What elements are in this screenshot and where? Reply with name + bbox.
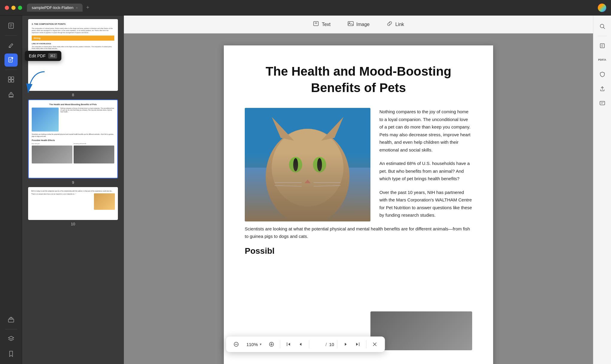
svg-rect-26 bbox=[245, 168, 370, 221]
cat-svg bbox=[245, 108, 370, 221]
doc-full-text: Scientists are looking at what the poten… bbox=[245, 225, 472, 240]
sidebar-icon-gift[interactable] bbox=[4, 313, 18, 326]
page-number-input[interactable]: 9 bbox=[312, 342, 323, 347]
svg-line-35 bbox=[275, 186, 302, 186]
doc-section-title-wrapper: Possibl bbox=[245, 246, 472, 256]
sidebar-bottom bbox=[4, 313, 18, 360]
doc-para-1: Nothing compares to the joy of coming ho… bbox=[379, 108, 472, 154]
svg-rect-12 bbox=[8, 80, 11, 82]
page-num-10: 10 bbox=[71, 222, 75, 226]
tab-bar: samplePDF-lock-Flatten × + bbox=[27, 3, 606, 12]
thumbnail-item-9[interactable]: The Health and Mood-Boosting Benefits of… bbox=[26, 100, 120, 185]
share-icon-btn[interactable] bbox=[596, 83, 608, 95]
close-bottom-bar-button[interactable] bbox=[370, 339, 380, 350]
tab-close-button[interactable]: × bbox=[76, 6, 77, 10]
image-tool-icon bbox=[347, 20, 354, 28]
page-total: 10 bbox=[329, 342, 334, 347]
doc-para-2: An estimated 68% of U.S. households have… bbox=[379, 160, 472, 183]
sidebar-icon-edit-pdf[interactable] bbox=[4, 53, 18, 67]
thumb9-content-wrapper: The Health and Mood-Boosting Benefits of… bbox=[29, 100, 117, 178]
thumb9-col-img-left bbox=[32, 146, 72, 163]
bottom-divider-3 bbox=[337, 340, 338, 348]
text-tool-icon bbox=[313, 20, 319, 28]
thumbnail-item-10[interactable]: Still it is today to ask this subjective… bbox=[26, 187, 120, 226]
sidebar-icon-reader[interactable] bbox=[4, 19, 18, 32]
maximize-button[interactable] bbox=[18, 6, 22, 10]
prev-page-button[interactable] bbox=[295, 339, 306, 350]
thumb8-title: 3. THE COMPOSITION OF POINTS bbox=[32, 23, 114, 26]
tooltip-shortcut: ⌘2 bbox=[48, 53, 57, 59]
top-toolbar: Text Image bbox=[124, 16, 593, 33]
zoom-out-button[interactable] bbox=[231, 339, 241, 350]
svg-rect-13 bbox=[11, 80, 14, 82]
thumbnail-img-9: The Health and Mood-Boosting Benefits of… bbox=[28, 100, 118, 178]
first-page-button[interactable] bbox=[283, 339, 294, 350]
thumb8-body-text: The composition of colored points. Point… bbox=[32, 27, 114, 34]
tab-add-button[interactable]: + bbox=[84, 3, 92, 12]
app-body: Edit PDF ⌘2 bbox=[0, 16, 611, 364]
traffic-lights bbox=[5, 6, 22, 10]
next-page-button[interactable] bbox=[341, 339, 351, 350]
text-tool-button[interactable]: Text bbox=[309, 19, 334, 30]
sidebar-icon-layers[interactable] bbox=[4, 332, 18, 345]
doc-bottom-image bbox=[370, 311, 472, 350]
thumbnail-panel[interactable]: 3. THE COMPOSITION OF POINTS The composi… bbox=[22, 16, 124, 364]
zoom-in-button[interactable] bbox=[266, 339, 277, 350]
sidebar-icon-bookmark[interactable] bbox=[4, 347, 18, 360]
page-num-9: 9 bbox=[72, 180, 74, 185]
main-content: Text Image bbox=[124, 16, 593, 364]
bottom-divider-2 bbox=[309, 340, 309, 348]
svg-rect-17 bbox=[9, 318, 13, 319]
sidebar-divider-3 bbox=[5, 329, 17, 329]
pdf-a-icon-btn[interactable]: PDF/A bbox=[596, 54, 608, 66]
sidebar-icon-stamp[interactable] bbox=[4, 88, 18, 101]
svg-point-30 bbox=[313, 157, 326, 172]
sidebar-icon-highlight[interactable] bbox=[4, 39, 18, 52]
doc-para-3: Over the past 10 years, NIH has partnere… bbox=[379, 189, 472, 219]
close-button[interactable] bbox=[5, 6, 9, 10]
sidebar-icon-organize[interactable] bbox=[4, 73, 18, 86]
protect-icon-btn[interactable] bbox=[596, 68, 608, 80]
minimize-button[interactable] bbox=[11, 6, 16, 10]
right-divider-1 bbox=[598, 36, 607, 36]
arrow-svg bbox=[22, 69, 49, 102]
zoom-level: 110% bbox=[246, 342, 258, 347]
thumb9-health-title: Possible Health Effects bbox=[32, 139, 114, 142]
tooltip-label: Edit PDF bbox=[29, 53, 46, 58]
thumb10-left-text: "There is no answer about how a cat can … bbox=[31, 193, 92, 210]
document-view[interactable]: The Health and Mood-Boosting Benefits of… bbox=[124, 33, 593, 364]
thumb9-two-col: If you and your... Interacting with anim… bbox=[32, 143, 114, 163]
page-num-8: 8 bbox=[72, 93, 74, 97]
svg-rect-10 bbox=[8, 77, 11, 79]
last-page-button[interactable] bbox=[352, 339, 363, 350]
image-tool-label: Image bbox=[356, 22, 370, 27]
image-tool-button[interactable]: Image bbox=[344, 19, 373, 30]
thumb8-knowledge: LINE OF KNOWLEDGE bbox=[32, 42, 114, 45]
right-sidebar: PDF/A bbox=[593, 16, 611, 364]
svg-line-41 bbox=[603, 27, 605, 29]
link-tool-icon bbox=[386, 20, 393, 28]
left-sidebar: Edit PDF ⌘2 bbox=[0, 16, 22, 364]
doc-section-title: Possibl bbox=[245, 246, 275, 256]
message-icon-btn[interactable] bbox=[596, 97, 608, 109]
svg-point-32 bbox=[317, 158, 322, 171]
zoom-dropdown-icon: ▾ bbox=[260, 342, 262, 346]
document-title: The Health and Mood-Boosting Benefits of… bbox=[245, 63, 472, 96]
tab-title: samplePDF-lock-Flatten bbox=[32, 5, 73, 10]
thumb9-cat-image bbox=[32, 108, 59, 131]
svg-point-28 bbox=[272, 129, 344, 207]
bottom-divider-4 bbox=[366, 340, 367, 348]
svg-rect-25 bbox=[245, 108, 370, 221]
title-bar: samplePDF-lock-Flatten × + bbox=[0, 0, 611, 16]
svg-rect-16 bbox=[8, 319, 14, 322]
active-tab[interactable]: samplePDF-lock-Flatten × bbox=[27, 4, 83, 12]
bottom-divider-1 bbox=[280, 340, 280, 348]
sidebar-divider-2 bbox=[5, 70, 17, 70]
zoom-display[interactable]: 110% ▾ bbox=[243, 341, 265, 348]
thumb9-col-left: If you and your... bbox=[32, 143, 72, 163]
link-tool-button[interactable]: Link bbox=[383, 19, 408, 30]
search-icon-btn[interactable] bbox=[596, 20, 608, 32]
svg-point-31 bbox=[293, 158, 298, 171]
thumb9-text: Nothing compares to the joy of coming ho… bbox=[60, 108, 114, 131]
ocr-icon-btn[interactable] bbox=[596, 40, 608, 52]
